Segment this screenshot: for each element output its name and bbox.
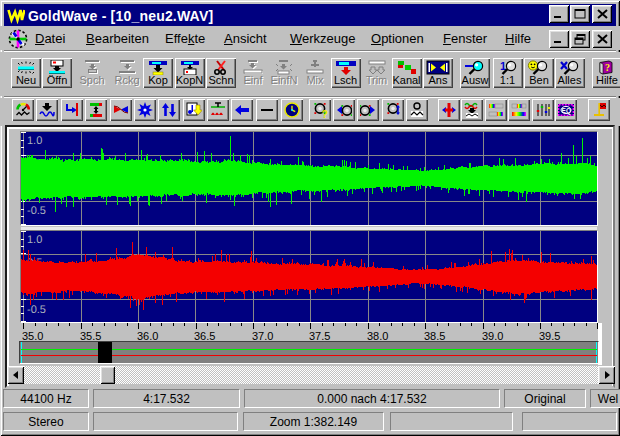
svg-text:?: ? — [321, 108, 328, 119]
svg-text:?: ? — [605, 62, 610, 73]
svg-text:-0.5: -0.5 — [27, 205, 46, 217]
svg-text:1.0: 1.0 — [27, 135, 42, 147]
svg-text:EQ: EQ — [562, 107, 571, 115]
svg-text:-0.5: -0.5 — [27, 304, 46, 316]
svg-text:1.0: 1.0 — [27, 234, 42, 246]
